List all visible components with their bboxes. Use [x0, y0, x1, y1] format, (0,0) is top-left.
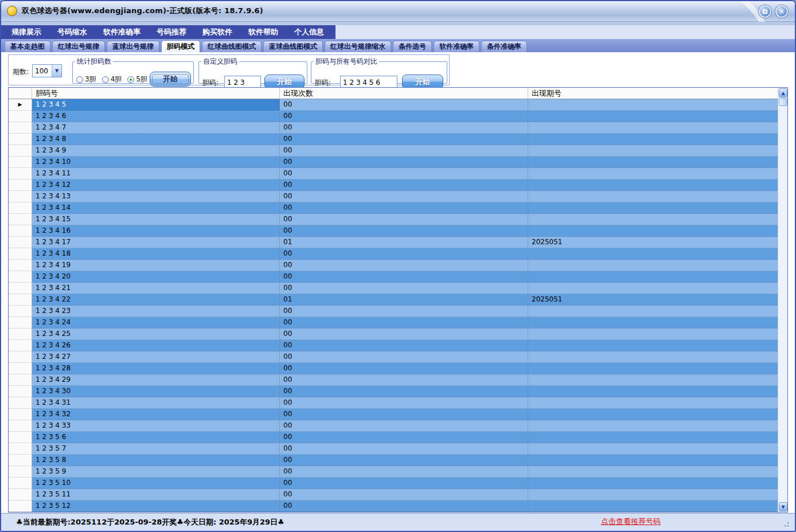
row-header[interactable]	[9, 225, 32, 237]
cell-period[interactable]	[528, 283, 778, 294]
table-row[interactable]: 1 2 3 4 800	[9, 134, 778, 145]
maximize-button[interactable]	[759, 5, 771, 18]
menu-item-3[interactable]: 软件准确率	[95, 25, 149, 39]
tab-9[interactable]: 软件准确率	[434, 41, 479, 52]
table-row[interactable]: 1 2 3 4 2900	[9, 374, 778, 386]
cell-dancode[interactable]: 1 2 3 4 5	[32, 99, 280, 111]
cell-count[interactable]: 00	[280, 145, 528, 157]
cell-period[interactable]	[528, 145, 778, 157]
tab-4[interactable]: 胆码模式	[161, 40, 200, 52]
cell-period[interactable]	[528, 386, 778, 397]
scrollbar-thumb[interactable]	[779, 98, 787, 106]
table-row[interactable]: 1 2 3 4 2800	[9, 363, 778, 374]
start-button-stat[interactable]: 开始	[150, 72, 191, 87]
cell-count[interactable]: 00	[280, 374, 528, 386]
cell-dancode[interactable]: 1 2 3 4 12	[32, 179, 280, 191]
cell-dancode[interactable]: 1 2 3 5 11	[32, 489, 280, 500]
row-header[interactable]	[9, 294, 32, 306]
cell-dancode[interactable]: 1 2 3 4 18	[32, 248, 280, 260]
cell-period[interactable]	[528, 202, 778, 214]
cell-dancode[interactable]: 1 2 3 4 23	[32, 306, 280, 317]
cell-period[interactable]	[528, 179, 778, 191]
row-header[interactable]	[9, 386, 32, 397]
period-dropdown[interactable]: 100 ▼	[32, 64, 62, 77]
cell-dancode[interactable]: 1 2 3 5 7	[32, 443, 280, 455]
table-row[interactable]: 1 2 3 4 2500	[9, 328, 778, 340]
row-header[interactable]	[9, 179, 32, 191]
cell-count[interactable]: 00	[280, 328, 528, 340]
cell-count[interactable]: 00	[280, 179, 528, 191]
cell-period[interactable]	[528, 260, 778, 271]
row-header[interactable]	[9, 397, 32, 409]
column-header-period[interactable]: 出现期号	[528, 88, 778, 99]
cell-count[interactable]: 00	[280, 420, 528, 432]
table-row[interactable]: 1 2 3 4 600	[9, 111, 778, 122]
row-header[interactable]	[9, 122, 32, 134]
cell-period[interactable]	[528, 122, 778, 134]
cell-count[interactable]: 00	[280, 432, 528, 443]
table-row[interactable]: 1 2 3 4 1200	[9, 179, 778, 191]
cell-period[interactable]	[528, 134, 778, 145]
cell-count[interactable]: 01	[280, 237, 528, 248]
row-header[interactable]	[9, 134, 32, 145]
cell-dancode[interactable]: 1 2 3 4 7	[32, 122, 280, 134]
tab-2[interactable]: 红球出号规律	[52, 41, 105, 52]
cell-period[interactable]	[528, 409, 778, 420]
tab-3[interactable]: 蓝球出号规律	[107, 41, 159, 52]
cell-count[interactable]: 00	[280, 351, 528, 363]
table-row[interactable]: 1 2 3 4 2000	[9, 271, 778, 283]
row-header[interactable]: ▶	[9, 99, 32, 111]
cell-count[interactable]: 00	[280, 214, 528, 225]
table-row[interactable]: 1 2 3 4 1100	[9, 168, 778, 179]
tab-1[interactable]: 基本走趋图	[5, 41, 50, 52]
cell-count[interactable]: 00	[280, 283, 528, 294]
cell-dancode[interactable]: 1 2 3 4 24	[32, 317, 280, 328]
cell-dancode[interactable]: 1 2 3 4 21	[32, 283, 280, 294]
cell-dancode[interactable]: 1 2 3 4 9	[32, 145, 280, 157]
table-row[interactable]: 1 2 3 5 800	[9, 455, 778, 466]
table-row[interactable]: 1 2 3 5 1100	[9, 489, 778, 500]
cell-period[interactable]	[528, 191, 778, 202]
cell-period[interactable]	[528, 420, 778, 432]
menu-item-4[interactable]: 号码推荐	[149, 25, 194, 39]
cell-period[interactable]	[528, 317, 778, 328]
cell-dancode[interactable]: 1 2 3 4 29	[32, 374, 280, 386]
cell-dancode[interactable]: 1 2 3 5 10	[32, 478, 280, 489]
table-row[interactable]: 1 2 3 4 900	[9, 145, 778, 157]
cell-period[interactable]	[528, 271, 778, 283]
cell-dancode[interactable]: 1 2 3 5 9	[32, 466, 280, 478]
cell-count[interactable]: 00	[280, 478, 528, 489]
title-bar[interactable]: 双色球选号器(www.edengjiang.com)-正式版(版本号: 18.7…	[0, 0, 796, 22]
row-header[interactable]	[9, 455, 32, 466]
tab-7[interactable]: 红球出号规律缩水	[325, 41, 391, 52]
cell-count[interactable]: 00	[280, 363, 528, 374]
row-header[interactable]	[9, 168, 32, 179]
cell-dancode[interactable]: 1 2 3 4 14	[32, 202, 280, 214]
radio-option-2[interactable]: 4胆	[102, 75, 122, 84]
menu-item-6[interactable]: 软件帮助	[240, 25, 286, 39]
recommend-numbers-link[interactable]: 点击查看推荐号码	[601, 517, 661, 527]
cell-dancode[interactable]: 1 2 3 4 25	[32, 328, 280, 340]
cell-dancode[interactable]: 1 2 3 4 17	[32, 237, 280, 248]
row-header[interactable]	[9, 340, 32, 351]
table-row[interactable]: 1 2 3 4 1500	[9, 214, 778, 225]
table-row[interactable]: 1 2 3 4 2700	[9, 351, 778, 363]
cell-count[interactable]: 01	[280, 294, 528, 306]
row-header[interactable]	[9, 317, 32, 328]
row-header[interactable]	[9, 328, 32, 340]
cell-dancode[interactable]: 1 2 3 4 8	[32, 134, 280, 145]
cell-count[interactable]: 00	[280, 466, 528, 478]
row-header[interactable]	[9, 374, 32, 386]
cell-dancode[interactable]: 1 2 3 4 20	[32, 271, 280, 283]
cell-dancode[interactable]: 1 2 3 4 6	[32, 111, 280, 122]
tab-8[interactable]: 条件选号	[393, 41, 432, 52]
cell-count[interactable]: 00	[280, 271, 528, 283]
cell-period[interactable]	[528, 111, 778, 122]
cell-count[interactable]: 00	[280, 317, 528, 328]
cell-dancode[interactable]: 1 2 3 4 19	[32, 260, 280, 271]
table-row[interactable]: 1 2 3 4 1900	[9, 260, 778, 271]
menu-item-2[interactable]: 号码缩水	[49, 25, 95, 39]
table-row[interactable]: 1 2 3 4 1800	[9, 248, 778, 260]
close-button[interactable]: ✕	[775, 5, 788, 18]
menu-item-7[interactable]: 个人信息	[286, 25, 332, 39]
